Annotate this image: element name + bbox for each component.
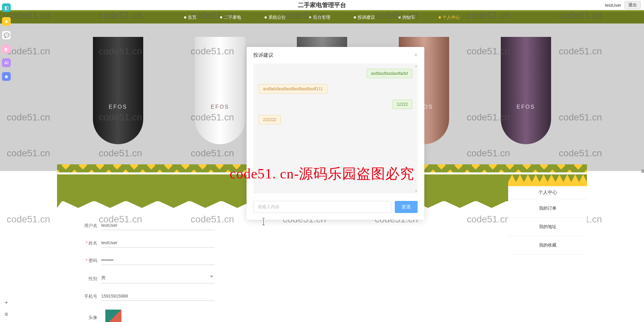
text-cursor-icon <box>262 219 266 225</box>
chat-message-left: asdfadsfasdfasdfasdfasdfasdf111 <box>259 84 412 94</box>
chat-input[interactable]: 请输入内容 <box>253 201 391 213</box>
message-text: 222222 <box>259 115 281 124</box>
scroll-down-icon[interactable]: ▾ <box>415 189 417 193</box>
chat-message-right: asdfasdfasdasdfadsf <box>259 69 412 78</box>
message-text: asdfadsfasdfasdfasdfasdfasdf111 <box>259 84 327 94</box>
feedback-modal: 投诉建议 × ▴ asdfasdfasdasdfadsf asdfadsfasd… <box>247 47 424 220</box>
send-button[interactable]: 发送 <box>395 201 418 213</box>
chat-message-right: 12222 <box>259 100 412 109</box>
message-text: 12222 <box>392 100 412 109</box>
message-text: asdfasdfasdasdfadsf <box>367 69 412 78</box>
chat-message-left: 222222 <box>259 115 412 124</box>
modal-title: 投诉建议 <box>253 52 273 58</box>
scroll-up-icon[interactable]: ▴ <box>415 64 417 68</box>
chat-messages-area[interactable]: ▴ asdfasdfasdasdfadsf asdfadsfasdfasdfas… <box>253 63 418 194</box>
close-icon[interactable]: × <box>414 52 418 59</box>
